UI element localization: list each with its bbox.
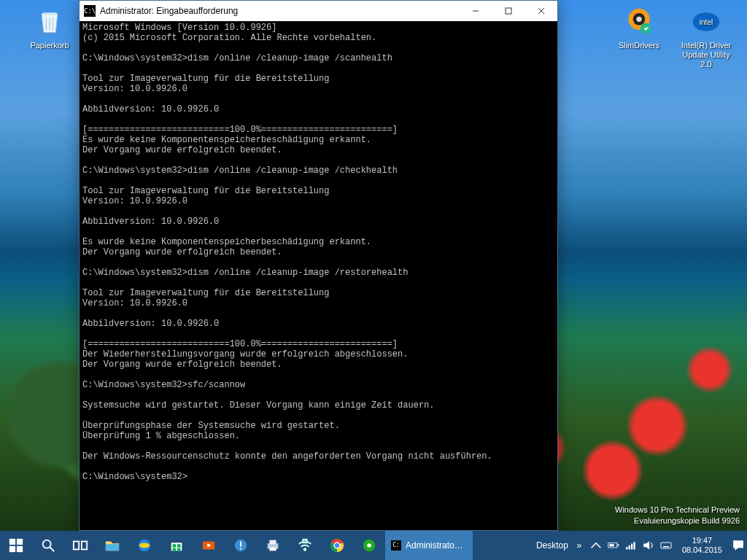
desktop-icon-label: Papierkorb	[22, 41, 77, 50]
intel-icon: intel	[690, 6, 722, 38]
recycle-bin-icon	[34, 6, 66, 38]
svg-rect-19	[269, 548, 276, 551]
taskbar-task-label: Administrato…	[406, 540, 463, 551]
wifi-app-button[interactable]	[289, 531, 321, 560]
svg-rect-7	[9, 539, 15, 545]
action-center-icon[interactable]	[732, 540, 744, 551]
volume-icon[interactable]	[643, 540, 654, 551]
svg-point-24	[335, 543, 339, 548]
keyboard-icon[interactable]	[660, 540, 672, 551]
desktop-icon-label: SlimDrivers	[611, 41, 667, 50]
network-icon[interactable]	[625, 540, 637, 551]
printer-button[interactable]	[257, 531, 289, 560]
taskbar: C: Administrato… Desktop » 19:47 08.04.2…	[0, 531, 747, 560]
svg-rect-28	[618, 544, 619, 546]
svg-rect-10	[17, 546, 23, 552]
svg-rect-30	[626, 547, 627, 549]
svg-rect-35	[663, 546, 669, 548]
maximize-button[interactable]	[492, 1, 525, 21]
svg-text:intel: intel	[700, 18, 713, 26]
desktop-toolbar-label[interactable]: Desktop	[532, 540, 568, 551]
svg-rect-9	[9, 546, 15, 552]
svg-rect-18	[269, 540, 276, 545]
svg-rect-34	[661, 542, 671, 548]
svg-rect-8	[17, 539, 23, 545]
close-button[interactable]	[525, 1, 557, 21]
command-prompt-window: C:\ Administrator: Eingabeaufforderung M…	[79, 0, 558, 531]
file-explorer-button[interactable]	[96, 531, 128, 560]
console-output[interactable]: Microsoft Windows [Version 10.0.9926] (c…	[80, 21, 557, 483]
start-button[interactable]	[0, 531, 32, 560]
chrome-button[interactable]	[321, 531, 353, 560]
watermark-line1: Windows 10 Pro Technical Preview	[615, 505, 740, 516]
svg-point-26	[367, 543, 371, 548]
desktop-icon-recycle-bin[interactable]: Papierkorb	[22, 6, 77, 50]
minimize-button[interactable]	[459, 1, 492, 21]
svg-rect-12	[74, 542, 79, 550]
svg-rect-31	[629, 545, 630, 550]
desktop-icon-intel-driver[interactable]: intel Intel(R) Driver Update Utility 2.0	[678, 6, 734, 70]
slimdrivers-icon	[623, 6, 655, 38]
taskbar-clock[interactable]: 19:47 08.04.2015	[678, 536, 727, 554]
windows-watermark: Windows 10 Pro Technical Preview Evaluie…	[615, 505, 740, 526]
desktop-icon-slimdrivers[interactable]: SlimDrivers	[611, 6, 667, 50]
video-button[interactable]	[193, 531, 225, 560]
search-button[interactable]	[32, 531, 64, 560]
svg-rect-21	[303, 540, 307, 543]
taskbar-task-cmd[interactable]: C: Administrato…	[385, 531, 473, 560]
window-title: Administrator: Eingabeaufforderung	[100, 6, 459, 16]
clock-time: 19:47	[682, 536, 722, 545]
svg-rect-6	[506, 8, 511, 14]
svg-rect-32	[631, 544, 632, 550]
svg-rect-33	[633, 542, 635, 549]
internet-explorer-button[interactable]	[128, 531, 160, 560]
svg-rect-13	[82, 542, 87, 550]
svg-point-2	[636, 17, 641, 22]
svg-point-11	[43, 540, 51, 548]
store-button[interactable]	[160, 531, 193, 560]
task-view-button[interactable]	[64, 531, 96, 560]
toolbar-chevron-icon[interactable]: »	[574, 540, 584, 551]
desktop-icon-label: Intel(R) Driver Update Utility 2.0	[678, 41, 734, 70]
clock-date: 08.04.2015	[682, 545, 722, 555]
cmd-icon: C:	[391, 540, 401, 551]
tray-overflow-icon[interactable]	[590, 540, 602, 551]
cmd-icon: C:\	[84, 5, 96, 17]
watermark-line2: Evaluierungskopie Build 9926	[615, 516, 740, 526]
svg-point-20	[304, 548, 306, 551]
svg-rect-29	[609, 544, 614, 546]
system-tray: Desktop » 19:47 08.04.2015	[529, 531, 747, 560]
utility-button[interactable]	[225, 531, 257, 560]
window-titlebar[interactable]: C:\ Administrator: Eingabeaufforderung	[80, 1, 557, 21]
battery-icon[interactable]	[608, 540, 619, 551]
gear-app-button[interactable]	[353, 531, 385, 560]
